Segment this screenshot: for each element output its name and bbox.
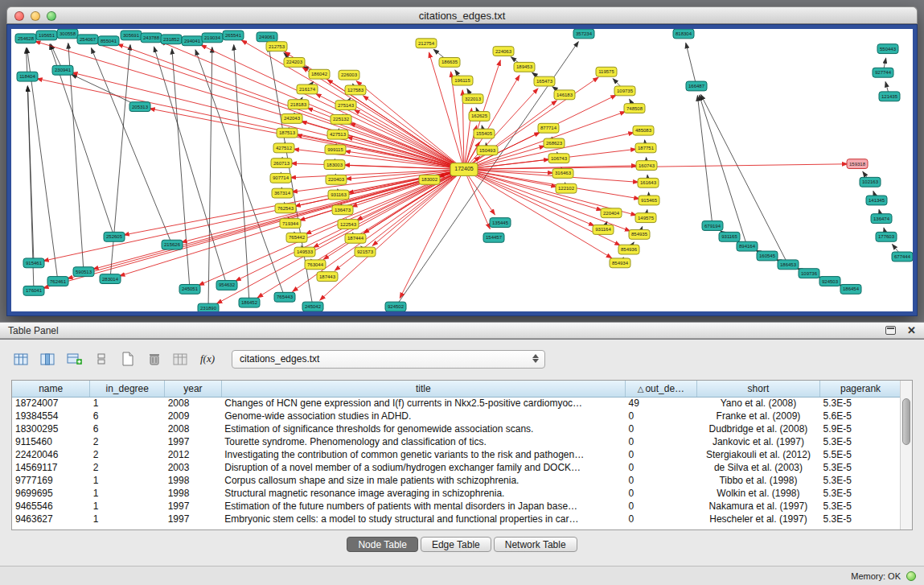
column-header-short[interactable]: short [696,381,819,397]
network-node[interactable]: 226003 [339,70,359,80]
table-row[interactable]: 1872400712008Changes of HCN gene express… [12,397,901,410]
network-node[interactable]: 183003 [324,160,345,170]
minimize-window-button[interactable] [31,11,40,21]
tab-network-table[interactable]: Network Table [494,537,577,552]
network-node[interactable]: 219034 [202,33,223,43]
network-node[interactable]: 166487 [686,81,707,91]
delete-table-icon[interactable] [144,349,165,369]
network-node[interactable]: 855041 [98,36,119,46]
table-row[interactable]: 1830029562008Estimation of significance … [12,422,901,435]
zoom-window-button[interactable] [47,11,56,21]
network-node[interactable]: 590513 [73,267,94,277]
network-node[interactable]: 216174 [297,84,318,94]
network-node[interactable]: 127583 [345,85,366,95]
network-node[interactable]: 189453 [514,62,535,72]
network-node[interactable]: 102163 [860,177,881,187]
network-node[interactable]: 118404 [17,72,38,81]
network-node[interactable]: 921573 [355,247,376,257]
network-node[interactable]: 122102 [556,183,577,193]
column-header-out_de[interactable]: △out_de… [626,381,697,397]
column-header-name[interactable]: name [12,381,90,397]
table-row[interactable]: 946362711997Embryonic stem cells: a mode… [12,513,901,525]
network-node[interactable]: 187751 [635,143,656,153]
network-node[interactable]: 854935 [629,229,650,239]
network-node[interactable]: 195651 [36,31,57,40]
network-node[interactable]: 186452 [239,298,260,307]
column-header-in_degree[interactable]: in_degree [90,381,165,397]
network-node[interactable]: 150493 [477,146,498,155]
network-node[interactable]: 999115 [325,145,346,154]
network-node[interactable]: 367314 [272,188,293,198]
table-row[interactable]: 946554611997Estimation of the future num… [12,500,901,513]
network-node[interactable]: 224063 [493,47,514,56]
network-node[interactable]: 162625 [469,112,490,122]
network-node[interactable]: 220404 [601,208,622,218]
network-node[interactable]: 765442 [286,233,307,242]
network-node[interactable]: 249061 [257,32,277,42]
network-node[interactable]: 954632 [216,281,237,290]
network-node[interactable]: 135445 [490,218,511,228]
network-node[interactable]: 924503 [819,277,840,286]
network-node[interactable]: 268623 [544,138,565,148]
function-builder-icon[interactable]: f(x) [197,349,218,369]
network-node[interactable]: 877714 [538,123,559,133]
scrollbar-thumb[interactable] [902,398,910,445]
network-node[interactable]: 187513 [277,128,298,138]
network-node[interactable]: 231890 [198,303,219,311]
network-node[interactable]: 186635 [439,57,460,67]
network-node[interactable]: 719344 [280,219,301,229]
network-node[interactable]: 300558 [57,29,78,39]
network-node[interactable]: 550443 [877,44,898,54]
network-node[interactable]: 186454 [840,284,861,294]
network-node[interactable]: 931164 [593,225,614,235]
network-node[interactable]: 305691 [121,31,142,40]
network-node[interactable]: 161643 [638,178,659,187]
network-node[interactable]: 243788 [141,33,162,43]
network-node[interactable]: 924502 [385,302,406,311]
network-node[interactable]: 160545 [757,251,778,261]
network-node[interactable]: 679194 [702,221,723,231]
network-node[interactable]: 160743 [636,161,657,171]
network-node[interactable]: 265541 [223,31,244,40]
row-height-icon[interactable] [91,349,112,369]
close-panel-icon[interactable]: ✕ [907,325,916,336]
network-node[interactable]: 762461 [47,277,68,286]
import-table-icon[interactable] [170,349,191,369]
network-node[interactable]: 136474 [871,214,892,224]
network-node[interactable]: 165473 [534,76,555,86]
table-row[interactable]: 1456911722003Disruption of a novel membe… [12,461,901,474]
network-canvas[interactable]: 2546281956513005582540678550413056912437… [11,29,913,311]
network-node[interactable]: 187444 [345,233,366,243]
network-node[interactable]: 763044 [305,260,326,270]
network-node[interactable]: 818304 [673,29,694,39]
network-node[interactable]: 119575 [596,67,617,76]
network-node[interactable]: 254067 [77,35,98,44]
network-node[interactable]: 141345 [866,196,887,205]
network-node[interactable]: 146183 [554,90,575,100]
network-table-select[interactable]: citations_edges.txt [232,350,545,369]
column-header-title[interactable]: title [221,381,625,397]
network-node[interactable]: 177603 [876,232,897,241]
network-node[interactable]: 260713 [271,159,292,168]
float-panel-icon[interactable] [885,326,896,335]
network-node[interactable]: 225132 [331,114,351,124]
network-node[interactable]: 109735 [614,86,635,96]
network-node[interactable]: 677444 [892,252,913,262]
network-node[interactable]: 242043 [281,113,302,123]
network-node[interactable]: 765443 [274,292,295,302]
network-node[interactable]: 427513 [327,130,348,139]
network-node[interactable]: 927744 [873,68,893,77]
network-node[interactable]: 854934 [610,258,630,268]
network-node[interactable]: 854936 [618,245,639,254]
network-node[interactable]: 915465 [639,196,659,205]
network-node[interactable]: 186042 [309,69,330,79]
table-row[interactable]: 1938455462009Genome-wide association stu… [12,410,901,422]
column-header-pagerank[interactable]: pagerank [820,381,901,397]
network-node[interactable]: 915461 [23,258,44,268]
tab-node-table[interactable]: Node Table [347,537,418,552]
table-row[interactable]: 969969511998Structural magnetic resonanc… [12,487,901,500]
network-node[interactable]: 183002 [419,175,440,184]
network-node[interactable]: 294041 [182,36,203,46]
network-node[interactable]: 322013 [462,94,483,104]
tab-edge-table[interactable]: Edge Table [421,537,491,552]
